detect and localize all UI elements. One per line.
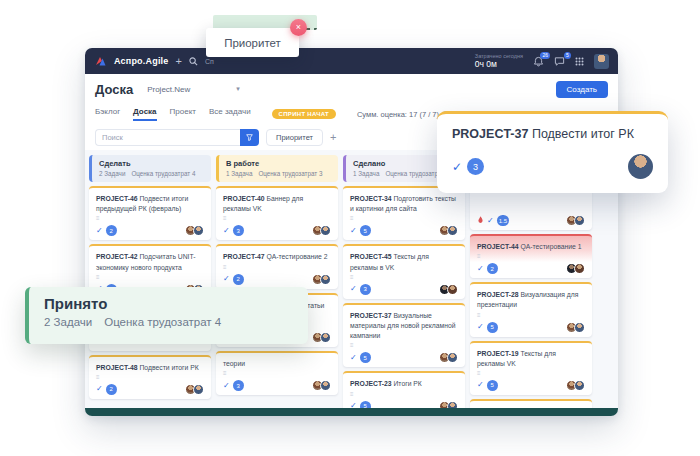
search-icon[interactable] [189, 57, 198, 66]
column-title: Сделать [99, 159, 204, 168]
assignee-avatars [442, 401, 458, 409]
aspro-logo-icon [94, 55, 107, 68]
column-header[interactable]: Сделать2 ЗадачиОценка трудозатрат 4 [89, 155, 211, 182]
app-window: Аспро.Agile + Сп Затрачено сегодня 0ч 0м… [85, 48, 618, 416]
funnel-icon [246, 133, 253, 142]
create-button[interactable]: Создать [556, 81, 608, 98]
kanban-card[interactable]: PROJECT-46 Подвести итоги предыдущей РК … [89, 186, 211, 240]
summary-estimate: Сумм. оценка: 17 (7 / 7) [357, 110, 449, 119]
notifications-badge: 26 [540, 52, 550, 59]
avatar [447, 401, 458, 409]
card-title: PROJECT-48 Подвести итоги РК [96, 363, 204, 373]
card-title: PROJECT-19 Тексты для рекламы VK [477, 349, 585, 369]
avatar [193, 225, 204, 236]
dragged-card-text: Подвести итог РК [532, 127, 634, 141]
priority-filter-chip[interactable]: Приоритет [266, 129, 323, 146]
close-icon[interactable]: × [290, 19, 307, 36]
tab-all-tasks[interactable]: Все задачи [209, 107, 251, 121]
kanban-card[interactable]: PROJECT-19 Тексты для рекламы VK≡✓5 [470, 341, 592, 395]
card-id: PROJECT-28 [477, 291, 519, 298]
callout-title: Принято [44, 295, 293, 312]
add-icon[interactable]: + [176, 56, 182, 67]
avatar [574, 263, 585, 274]
column-task-count: 2 Задачи [99, 170, 125, 177]
assignee-avatars [315, 274, 331, 285]
filter-button[interactable] [240, 129, 259, 146]
assignee-avatars [188, 384, 204, 395]
avatar [320, 225, 331, 236]
window-footer-bar [85, 408, 618, 416]
summary-text: Сумм. оценка: 17 (7 / 7) [357, 110, 439, 119]
kanban-card[interactable]: PROJECT-37 Визуальные материалы для ново… [343, 303, 465, 368]
kanban-card[interactable]: PROJECT-23 Итоги РК≡✓5 [343, 371, 465, 408]
column-estimate: Оценка трудозатрат 4 [131, 170, 195, 177]
tab-backlog[interactable]: Бэклог [95, 107, 120, 121]
kanban-card[interactable]: PROJECT-40 Баннер для рекламы VK≡✓3 [216, 186, 338, 240]
dragged-card-footer: ✓ 3 [452, 154, 653, 179]
check-icon: ✓ [96, 385, 103, 393]
kanban-card[interactable]: PROJECT-48 Подвести итоги РК≡✓2 [89, 355, 211, 399]
kanban-card[interactable]: PROJECT-47 QA-тестирование 2≡✓2 [216, 244, 338, 288]
fire-icon [477, 216, 484, 225]
card-footer: ✓2 [96, 221, 204, 236]
card-title: PROJECT-34 Подготовить тексты и картинки… [350, 194, 458, 214]
avatar [447, 352, 458, 363]
toolbar: Доска Project.New ▾ Создать [85, 74, 618, 104]
time-value: 0ч 0м [475, 59, 523, 69]
estimate-badge: 5 [487, 322, 498, 333]
check-icon: ✓ [96, 227, 103, 235]
check-icon: ✓ [350, 354, 357, 362]
card-title: PROJECT-40 Баннер для рекламы VK [223, 194, 331, 214]
callout-task-count: 2 Задачи [44, 316, 92, 328]
card-title: PROJECT-45 Тексты для рекламы в VK [350, 252, 458, 272]
page-title: Доска [95, 82, 133, 97]
apps-button[interactable] [575, 57, 584, 66]
assignee-avatars [569, 380, 585, 391]
chevron-down-icon: ▾ [236, 85, 240, 93]
assignee-avatars [315, 380, 331, 391]
search-input[interactable] [95, 129, 240, 146]
add-filter-button[interactable]: + [330, 131, 336, 143]
column-title: В работе [226, 159, 331, 168]
kanban-card[interactable]: теории≡✓3 [216, 351, 338, 395]
column-estimate: Оценка трудозатрат 3 [258, 170, 322, 177]
column-meta: 1 ЗадачаОценка трудозатрат 3 [226, 170, 331, 177]
kanban-card[interactable]: PROJECT-28 Визуализация для презентации≡… [470, 282, 592, 336]
nav-item-partial[interactable]: Сп [205, 58, 214, 65]
dragged-task-card[interactable]: PROJECT-37 Подвести итог РК ✓ 3 [437, 111, 668, 193]
card-title: PROJECT-46 Подвести итоги предыдущей РК … [96, 194, 204, 214]
avatar [574, 380, 585, 391]
card-footer: ✓5 [350, 221, 458, 236]
column-header[interactable]: В работе1 ЗадачаОценка трудозатрат 3 [216, 155, 338, 182]
assignee-avatars [442, 225, 458, 236]
assignee-avatars [188, 225, 204, 236]
kanban-card[interactable]: PROJECT-44 QA-тестирование 1≡✓2 [470, 234, 592, 278]
assignee-avatars [569, 263, 585, 274]
grid-dots-icon [575, 57, 584, 66]
card-id: PROJECT-40 [223, 195, 265, 202]
kanban-card[interactable]: PROJECT-16 Подвести итоги РК≡ [470, 399, 592, 408]
kanban-card[interactable]: PROJECT-34 Подготовить тексты и картинки… [343, 186, 465, 240]
check-icon: ✓ [477, 323, 484, 331]
assignee-avatars [569, 322, 585, 333]
card-footer: ✓2 [223, 270, 331, 285]
notifications-button[interactable]: 26 [533, 56, 544, 67]
accepted-column-callout: Принято 2 Задачи Оценка трудозатрат 4 [25, 287, 308, 344]
project-selector[interactable]: Project.New ▾ [147, 85, 240, 94]
kanban-card[interactable]: PROJECT-45 Тексты для рекламы в VK≡✓3 [343, 244, 465, 298]
chat-icon [554, 56, 565, 67]
card-footer: ✓5 [477, 376, 585, 391]
card-title: PROJECT-37 Визуальные материалы для ново… [350, 311, 458, 342]
tab-board[interactable]: Доска [133, 107, 156, 121]
estimate-badge: 2 [233, 274, 244, 285]
avatar [574, 215, 585, 226]
card-title: PROJECT-28 Визуализация для презентации [477, 290, 585, 310]
check-icon: ✓ [350, 285, 357, 293]
column-task-count: 1 Задача [226, 170, 252, 177]
estimate-badge: 5 [487, 380, 498, 391]
board-column: Сделать2 ЗадачиОценка трудозатрат 4PROJE… [89, 155, 211, 399]
user-avatar[interactable] [594, 54, 609, 69]
tab-project[interactable]: Проект [170, 107, 196, 121]
messages-button[interactable]: 5 [554, 56, 565, 67]
priority-tooltip: Приоритет × [206, 28, 299, 57]
